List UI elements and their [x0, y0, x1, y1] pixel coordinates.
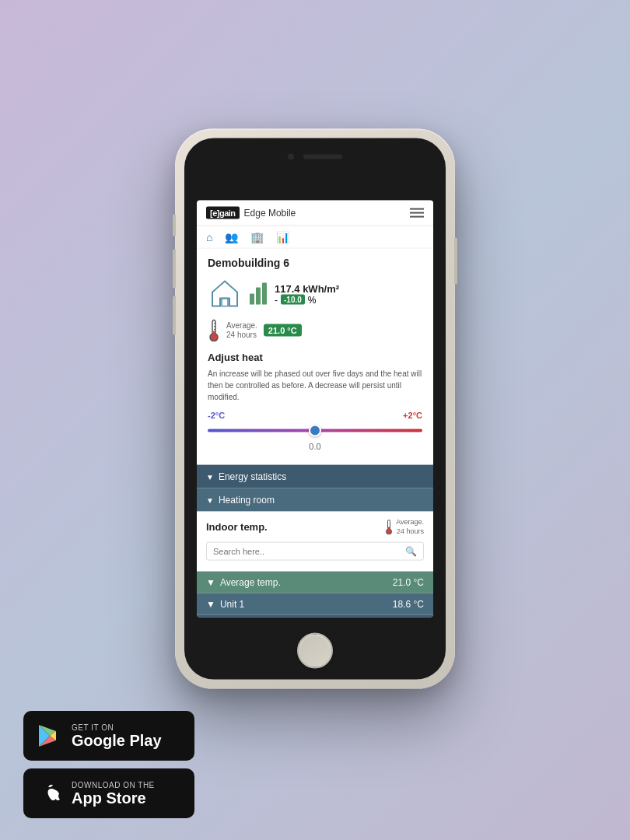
- indoor-avg-group: Average.24 hours: [385, 518, 424, 536]
- speaker-slot: [303, 155, 342, 159]
- camera-dot: [288, 154, 294, 160]
- google-play-button[interactable]: GET IT ON Google Play: [23, 711, 194, 761]
- side-button-left-2: [173, 250, 176, 289]
- slider-label-pos: +2°C: [403, 411, 422, 420]
- phone-screen: [e]gain Edge Mobile ⌂ 👥 🏢 📊 Demob: [197, 201, 433, 618]
- avg-temp-value: 21.0 °C: [393, 577, 424, 588]
- nav-building-icon[interactable]: 🏢: [250, 231, 264, 243]
- energy-stats: 117.4 kWh/m² - -10.0 %: [275, 282, 339, 305]
- slider-thumb[interactable]: [309, 425, 321, 437]
- side-button-left-1: [173, 215, 176, 236]
- thermometer-small-icon: [385, 519, 393, 534]
- apple-icon: [36, 781, 61, 806]
- hamburger-menu[interactable]: [410, 208, 424, 218]
- avg-temp-row[interactable]: ▼ Average temp. 21.0 °C: [197, 572, 433, 593]
- unit1-label: Unit 1: [220, 599, 244, 610]
- app-store-text: Download on the App Store: [72, 781, 155, 807]
- unit1-temp-value: 18.6 °C: [393, 599, 424, 610]
- logo-text: Edge Mobile: [244, 208, 296, 219]
- thermometer-icon: [208, 319, 220, 342]
- logo-box: [e]gain: [206, 207, 240, 219]
- avg-temp-label: Average temp.: [220, 577, 281, 588]
- search-bar: 🔍: [206, 542, 424, 561]
- app-main-content: Demobuilding 6: [197, 249, 433, 465]
- app-header: [e]gain Edge Mobile: [197, 201, 433, 226]
- google-play-text: GET IT ON Google Play: [72, 723, 162, 749]
- energy-change-dash: -: [275, 294, 278, 305]
- slider-label-neg: -2°C: [208, 411, 225, 420]
- adjust-heat-title: Adjust heat: [208, 352, 422, 363]
- energy-change: - -10.0 %: [275, 294, 339, 305]
- temp-row: Average.24 hours 21.0 °C: [208, 319, 422, 342]
- heating-room-bar[interactable]: ▼ Heating room: [197, 488, 433, 512]
- energy-statistics-label: Energy statistics: [219, 471, 286, 482]
- search-icon[interactable]: 🔍: [405, 546, 417, 557]
- svg-rect-6: [213, 331, 215, 338]
- heat-slider-container[interactable]: [208, 423, 422, 439]
- store-buttons: GET IT ON Google Play Download on the Ap…: [23, 711, 194, 818]
- chevron-down-icon: ▼: [206, 472, 214, 481]
- energy-change-badge: -10.0: [281, 295, 305, 305]
- energy-statistics-bar[interactable]: ▼ Energy statistics: [197, 465, 433, 488]
- bar-chart-icon: [250, 283, 267, 305]
- app-logo: [e]gain Edge Mobile: [206, 207, 296, 219]
- svg-rect-0: [222, 299, 228, 306]
- google-play-sub: GET IT ON: [72, 723, 162, 732]
- nav-chart-icon[interactable]: 📊: [276, 231, 289, 243]
- side-button-right: [454, 238, 457, 285]
- indoor-section: Indoor temp. Average.24 hours 🔍: [197, 512, 433, 572]
- phone-inner: [e]gain Edge Mobile ⌂ 👥 🏢 📊 Demob: [184, 138, 446, 680]
- indoor-title: Indoor temp.: [206, 521, 268, 533]
- temp-badge: 21.0 °C: [264, 324, 302, 337]
- building-title: Demobuilding 6: [208, 257, 422, 269]
- avg-temp-chevron: ▼: [206, 577, 215, 588]
- app-store-button[interactable]: Download on the App Store: [23, 768, 194, 818]
- chevron-down-icon-2: ▼: [206, 495, 214, 504]
- app-store-name: App Store: [72, 789, 155, 807]
- energy-value: 117.4 kWh/m²: [275, 282, 339, 294]
- avg-label: Average.24 hours: [226, 321, 257, 340]
- stats-row: 117.4 kWh/m² - -10.0 %: [208, 277, 422, 311]
- unit1-row[interactable]: ▼ Unit 1 18.6 °C: [197, 593, 433, 615]
- energy-change-unit: %: [308, 294, 317, 305]
- slider-value: 0.0: [208, 442, 422, 451]
- unit1-chevron: ▼: [206, 599, 215, 610]
- search-input[interactable]: [213, 547, 405, 556]
- indoor-avg-label: Average.24 hours: [396, 518, 424, 536]
- phone-shell: [e]gain Edge Mobile ⌂ 👥 🏢 📊 Demob: [175, 129, 455, 689]
- adjust-heat-desc: An increase will be phased out over five…: [208, 368, 422, 403]
- side-button-left-3: [173, 296, 176, 335]
- slider-labels: -2°C +2°C: [208, 411, 422, 420]
- nav-home-icon[interactable]: ⌂: [206, 231, 212, 243]
- heating-room-label: Heating room: [219, 495, 275, 506]
- house-icon: [208, 277, 242, 311]
- app-nav: ⌂ 👥 🏢 📊: [197, 226, 433, 249]
- phone-top-bar: [288, 154, 342, 160]
- google-play-icon: [36, 723, 61, 748]
- nav-group-icon[interactable]: 👥: [225, 231, 238, 243]
- google-play-name: Google Play: [72, 732, 162, 749]
- app-store-sub: Download on the: [72, 781, 155, 789]
- home-button[interactable]: [297, 633, 333, 669]
- indoor-header: Indoor temp. Average.24 hours: [206, 518, 424, 536]
- svg-rect-9: [388, 527, 390, 531]
- unit2-row[interactable]: ▼ Unit 2 20.9 °C: [197, 615, 433, 618]
